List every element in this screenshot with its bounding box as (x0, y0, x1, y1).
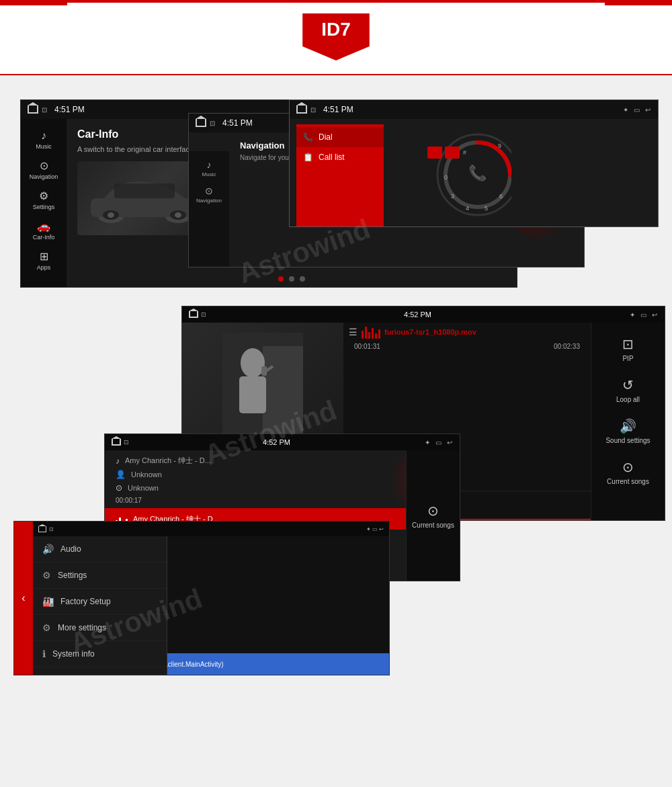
bmid-song-title-3: Unknown (128, 484, 159, 492)
vsidebar-sound-settings[interactable]: 🔊 Sound settings (605, 418, 650, 444)
bmid-status-bar: ⊡ 4:52 PM ✦ ▭ ↩ (105, 434, 460, 450)
wave-bar-6 (378, 329, 380, 339)
dial-menu-item-calllist[interactable]: 📋 Call list (296, 147, 384, 167)
calllist-label: Call list (319, 153, 345, 162)
top-content: 📞 Dial 📋 Call list 9 7 8 6 5 4 3 (290, 119, 658, 227)
bmid-time: 4:52 PM (129, 438, 424, 446)
more-settings-icon: ⚙ (42, 622, 51, 633)
sound-settings-label: Sound settings (605, 437, 650, 444)
video-player (182, 323, 343, 444)
sidebar-item-carinfo[interactable]: 🚗 Car-Info (21, 216, 67, 245)
phone-gauge-svg: 9 7 8 6 5 4 3 0 # 📞 (390, 124, 511, 225)
bmid-window: ▭ (435, 439, 442, 446)
red-square-2 (445, 147, 460, 159)
video-status-bar: ⊡ 4:52 PM ✦ ▭ ↩ (182, 306, 665, 323)
mid-sidebar-music[interactable]: ♪ Music (189, 157, 229, 180)
music-icon: ♪ (41, 130, 46, 142)
settings-label: Settings (58, 571, 87, 580)
current-songs-btn-icon: ⊙ (427, 503, 439, 519)
menu-settings[interactable]: ⚙ Settings (33, 563, 167, 589)
audio-icon: 🔊 (42, 544, 54, 554)
svg-rect-45 (261, 366, 267, 376)
menu-audio[interactable]: 🔊 Audio (33, 536, 167, 563)
waveform-bars (362, 325, 380, 339)
video-bt-icon: ✦ (630, 311, 635, 319)
settings-icon: ⚙ (39, 190, 48, 202)
sysinfo-label: System info (52, 649, 95, 659)
sidebar-item-navigation[interactable]: ⊙ Navigation (21, 155, 67, 184)
svg-point-43 (241, 348, 265, 378)
settings-status-icons: ✦ ▭ ↩ (366, 526, 384, 532)
pip-icon: ⊡ (622, 336, 634, 352)
video-sidebar: ⊡ PIP ↺ Loop all 🔊 Sound settings ⊙ Curr… (591, 323, 665, 520)
video-filename: furious7-tsr1_h1080p.mov (384, 328, 476, 336)
top-bt-icon: ✦ (623, 106, 628, 114)
vsidebar-loop[interactable]: ↺ Loop all (616, 377, 640, 403)
dial-label: Dial (319, 132, 333, 142)
mid-nav-label: Navigation (196, 198, 222, 204)
mid-music-icon: ♪ (207, 159, 212, 170)
mid-sidebar-nav[interactable]: ⊙ Navigation (189, 183, 229, 206)
brand-id-text: ID7 (321, 19, 351, 40)
sidebar-item-apps[interactable]: ⊞ Apps (21, 246, 67, 275)
bmid-bookmark: ⊡ (124, 439, 129, 446)
loop-label: Loop all (616, 396, 640, 403)
video-window-icon: ▭ (640, 311, 646, 319)
top-window-icon: ▭ (634, 106, 640, 114)
video-back-icon: ↩ (652, 311, 657, 319)
video-top-area: ☰ furious7-tsr1_h1080p.mov (182, 323, 591, 444)
dial-menu-item-dial[interactable]: 📞 Dial (296, 127, 384, 147)
mid-music-label: Music (202, 171, 216, 177)
wave-bar-4 (372, 328, 374, 339)
vsidebar-pip[interactable]: ⊡ PIP (622, 336, 634, 362)
video-current-time: 00:01:31 (354, 343, 380, 350)
video-bookmark-icon: ⊡ (201, 311, 206, 318)
dot-3 (300, 276, 305, 282)
sidebar-item-settings[interactable]: ⚙ Settings (21, 185, 67, 214)
top-back-icon: ↩ (645, 106, 650, 114)
menu-more[interactable]: ⚙ More settings (33, 615, 167, 641)
wave-bar-3 (368, 332, 370, 339)
current-songs-icon: ⊙ (622, 459, 634, 475)
dot-1 (278, 276, 284, 282)
sidebar-label-navigation: Navigation (30, 173, 58, 180)
wave-bar-1 (362, 331, 364, 339)
sidebar-label-music: Music (36, 143, 52, 150)
video-title-row: ☰ furious7-tsr1_h1080p.mov (349, 325, 585, 339)
mid-sidebar: ♪ Music ⊙ Navigation (189, 151, 229, 267)
bmid-music-icon-2: 👤 (116, 470, 126, 479)
current-songs-label: Current songs (607, 478, 649, 485)
svg-text:5: 5 (485, 205, 488, 212)
bmid-bt: ✦ (425, 439, 430, 446)
dot-2 (289, 276, 294, 282)
svg-point-7 (175, 212, 181, 218)
dial-menu: 📞 Dial 📋 Call list (296, 124, 384, 227)
audio-label: Audio (60, 544, 81, 554)
factory-label: Factory Setup (60, 597, 111, 606)
menu-factory[interactable]: 🏭 Factory Setup (33, 589, 167, 615)
current-songs-btn[interactable]: ⊙ Current songs (406, 450, 460, 581)
vsidebar-current-songs[interactable]: ⊙ Current songs (607, 459, 649, 485)
menu-sysinfo[interactable]: ℹ System info (33, 641, 167, 667)
svg-text:6: 6 (499, 193, 503, 200)
screen-bottom-left: ‹ ⊡ ✦ ▭ ↩ 🔊 Audio ⚙ Settings 🏭 (13, 521, 390, 675)
bmid-icons: ✦ ▭ ↩ (424, 439, 453, 446)
more-settings-label: More settings (58, 623, 106, 632)
svg-rect-42 (263, 346, 303, 433)
sidebar-item-music[interactable]: ♪ Music (21, 126, 67, 154)
list-icon: ☰ (349, 327, 358, 337)
bmid-back: ↩ (447, 439, 452, 446)
bmid-song-title-1: Amy Chanrich - 绅士 - D... (125, 456, 211, 466)
red-square-1 (427, 147, 442, 159)
car-icon: 🚗 (37, 220, 50, 233)
bmid-music-icon-3: ⊙ (116, 483, 122, 493)
bmid-current-time: 00:00:17 (116, 497, 142, 504)
top-bookmark-icon: ⊡ (310, 106, 316, 114)
svg-text:📞: 📞 (468, 164, 487, 182)
settings-menu: 🔊 Audio ⚙ Settings 🏭 Factory Setup ⚙ Mor… (33, 536, 167, 675)
back-arrow[interactable]: ‹ (14, 522, 33, 675)
top-time: 4:51 PM (317, 100, 622, 119)
pagination (278, 276, 305, 282)
svg-text:3: 3 (451, 193, 454, 200)
wave-bar-5 (375, 333, 377, 339)
